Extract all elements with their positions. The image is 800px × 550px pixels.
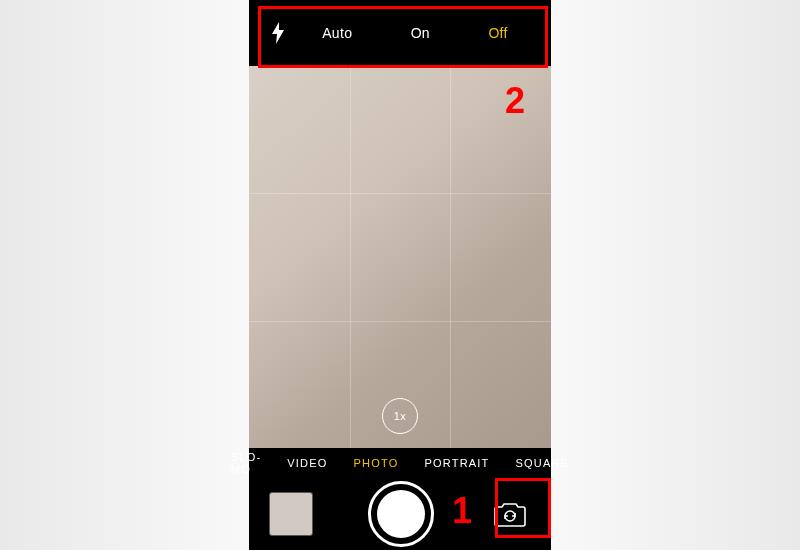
mode-photo[interactable]: PHOTO bbox=[354, 457, 399, 469]
shutter-inner bbox=[377, 490, 425, 538]
grid-line bbox=[350, 66, 351, 448]
mode-video[interactable]: VIDEO bbox=[287, 457, 327, 469]
viewfinder[interactable]: 1x bbox=[249, 66, 551, 448]
grid-line bbox=[450, 66, 451, 448]
shutter-button[interactable] bbox=[368, 481, 434, 547]
flash-option-on[interactable]: On bbox=[411, 25, 430, 41]
grid-line bbox=[249, 193, 551, 194]
mode-slomo[interactable]: SLO-MO bbox=[231, 451, 261, 475]
mode-selector[interactable]: SLO-MO VIDEO PHOTO PORTRAIT SQUARE bbox=[249, 448, 551, 478]
annotation-number-1: 1 bbox=[452, 490, 472, 532]
switch-camera-button[interactable] bbox=[489, 493, 531, 535]
flash-icon[interactable] bbox=[263, 22, 293, 44]
zoom-button[interactable]: 1x bbox=[382, 398, 418, 434]
last-photo-thumbnail[interactable] bbox=[269, 492, 313, 536]
flash-option-off[interactable]: Off bbox=[488, 25, 507, 41]
flash-options: Auto On Off bbox=[293, 25, 537, 41]
flash-bar: Auto On Off bbox=[249, 0, 551, 66]
grid-line bbox=[249, 321, 551, 322]
flash-option-auto[interactable]: Auto bbox=[322, 25, 352, 41]
bottom-controls bbox=[249, 478, 551, 550]
mode-portrait[interactable]: PORTRAIT bbox=[424, 457, 489, 469]
annotation-number-2: 2 bbox=[505, 80, 525, 122]
mode-square[interactable]: SQUARE bbox=[516, 457, 570, 469]
